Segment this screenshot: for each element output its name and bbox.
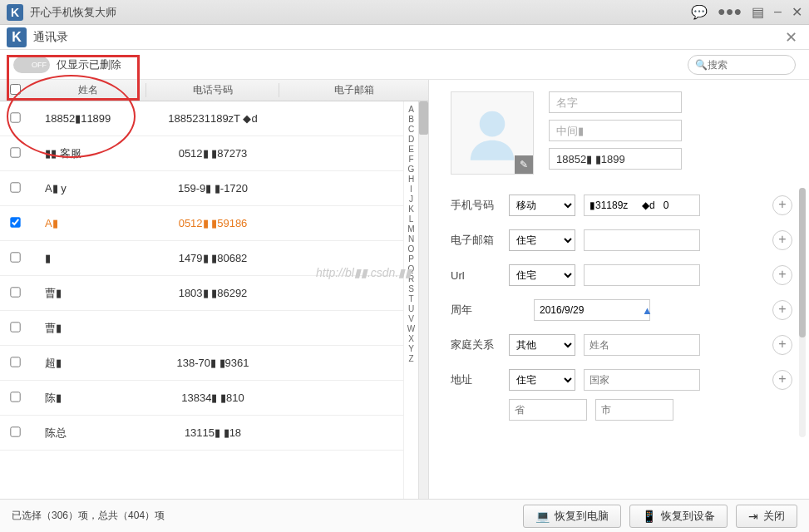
az-letter[interactable]: R <box>408 274 414 283</box>
detail-scrollbar[interactable] <box>799 188 806 437</box>
family-type-select[interactable]: 其他 <box>509 334 575 356</box>
add-anniversary-button[interactable]: + <box>772 300 792 320</box>
az-letter[interactable]: C <box>408 125 414 134</box>
search-input[interactable] <box>708 59 782 71</box>
add-url-button[interactable]: + <box>772 265 792 285</box>
phone-type-select[interactable]: 移动 <box>509 195 575 216</box>
close-button[interactable]: ⇥关闭 <box>736 505 797 528</box>
titlebar: K 开心手机恢复大师 💬 ●●● ▤ – ✕ <box>0 0 809 25</box>
address-province-input[interactable] <box>509 399 587 421</box>
first-name-input[interactable] <box>549 91 682 113</box>
row-checkbox[interactable] <box>10 182 20 192</box>
table-row[interactable]: 曹▮ <box>0 311 403 346</box>
az-letter[interactable]: A <box>408 105 414 114</box>
pc-icon: 💻 <box>535 510 550 523</box>
scroll-thumb[interactable] <box>419 101 428 135</box>
table-row[interactable]: 超▮138-70▮ ▮9361 <box>0 346 403 381</box>
phone-value-input[interactable] <box>584 195 700 216</box>
az-letter[interactable]: J <box>409 195 413 204</box>
email-row: 电子邮箱 住宅 + <box>451 229 792 251</box>
row-checkbox[interactable] <box>10 392 20 401</box>
az-letter[interactable]: G <box>408 165 415 174</box>
az-letter[interactable]: Q <box>408 264 415 273</box>
detail-scroll-thumb[interactable] <box>799 188 806 337</box>
az-letter[interactable]: X <box>408 334 414 343</box>
search-box[interactable]: 🔍 <box>688 55 796 75</box>
minimize-icon[interactable]: – <box>774 4 782 20</box>
add-family-button[interactable]: + <box>772 335 792 355</box>
table-row[interactable]: 陈▮13834▮ ▮810 <box>0 381 403 416</box>
table-row[interactable]: ▮▮ 客服0512▮ ▮87273 <box>0 136 403 171</box>
row-checkbox[interactable] <box>10 252 20 262</box>
email-type-select[interactable]: 住宅 <box>509 229 575 251</box>
family-name-input[interactable] <box>584 334 700 356</box>
table-row[interactable]: 曹▮1803▮ ▮86292 <box>0 276 403 311</box>
az-letter[interactable]: F <box>408 155 413 164</box>
col-name[interactable]: 姓名 <box>30 83 146 97</box>
table-row[interactable]: A▮0512▮ ▮59186 <box>0 206 403 241</box>
row-checkbox[interactable] <box>10 426 20 436</box>
row-checkbox[interactable] <box>10 322 20 332</box>
az-letter[interactable]: W <box>407 324 415 333</box>
az-letter[interactable]: H <box>408 175 414 184</box>
close-icon[interactable]: ✕ <box>792 4 802 20</box>
add-phone-button[interactable]: + <box>772 195 792 215</box>
az-letter[interactable]: Z <box>408 354 413 363</box>
date-stepper-icon[interactable]: ▲ <box>642 304 653 317</box>
row-checkbox[interactable] <box>10 112 20 122</box>
feedback-icon[interactable]: ▤ <box>752 4 764 20</box>
middle-name-input[interactable] <box>549 120 682 141</box>
app-logo-icon: K <box>7 4 23 21</box>
az-letter[interactable]: T <box>408 294 413 303</box>
az-letter[interactable]: M <box>407 224 414 234</box>
table-row[interactable]: 18852▮118991885231189zT ◆d <box>0 101 403 136</box>
url-type-select[interactable]: 住宅 <box>509 264 575 286</box>
address-row: 地址 住宅 + <box>451 369 792 391</box>
row-checkbox[interactable] <box>10 147 20 157</box>
list-scrollbar[interactable] <box>418 101 428 499</box>
az-letter[interactable]: L <box>409 214 414 224</box>
col-phone[interactable]: 电话号码 <box>146 83 279 97</box>
az-letter[interactable]: P <box>408 254 414 264</box>
az-letter[interactable]: U <box>408 304 414 313</box>
row-name: ▮▮ 客服 <box>30 146 146 161</box>
az-letter[interactable]: D <box>408 135 414 144</box>
az-letter[interactable]: N <box>408 234 414 244</box>
avatar-edit-icon[interactable]: ✎ <box>515 155 533 174</box>
az-letter[interactable]: K <box>408 204 414 214</box>
last-name-input[interactable] <box>549 148 682 170</box>
table-row[interactable]: 陈总13115▮ ▮18 <box>0 416 403 451</box>
restore-to-device-button[interactable]: 📱恢复到设备 <box>629 505 728 528</box>
add-address-button[interactable]: + <box>772 370 792 390</box>
az-letter[interactable]: O <box>408 244 415 254</box>
az-index[interactable]: ABCDEFGHIJKLMNOPQRSTUVWXYZ <box>403 101 418 499</box>
restore-to-pc-button[interactable]: 💻恢复到电脑 <box>523 505 621 528</box>
select-all-checkbox[interactable] <box>10 84 21 95</box>
az-letter[interactable]: I <box>410 185 412 194</box>
table-row[interactable]: ▮1479▮ ▮80682 <box>0 241 403 276</box>
row-name: 18852▮11899 <box>30 112 146 125</box>
show-deleted-toggle[interactable]: OFF <box>13 57 50 73</box>
contacts-list[interactable]: 18852▮118991885231189zT ◆d▮▮ 客服0512▮ ▮87… <box>0 101 403 499</box>
az-letter[interactable]: B <box>408 115 414 124</box>
table-row[interactable]: A▮ y159-9▮ ▮-1720 <box>0 171 403 206</box>
address-country-input[interactable] <box>584 369 700 391</box>
chat-icon[interactable]: ●●● <box>718 4 742 20</box>
row-checkbox[interactable] <box>10 287 20 297</box>
add-email-button[interactable]: + <box>772 230 792 250</box>
avatar[interactable]: ✎ <box>451 91 534 175</box>
row-checkbox[interactable] <box>10 357 20 367</box>
az-letter[interactable]: S <box>408 284 414 293</box>
email-value-input[interactable] <box>584 229 700 251</box>
az-letter[interactable]: Y <box>408 344 414 353</box>
az-letter[interactable]: V <box>408 314 414 323</box>
col-email[interactable]: 电子邮箱 <box>279 83 428 97</box>
wechat-icon[interactable]: 💬 <box>691 4 708 20</box>
row-checkbox[interactable] <box>10 217 20 227</box>
module-close-icon[interactable]: ✕ <box>780 28 802 47</box>
address-city-input[interactable] <box>595 399 673 421</box>
az-letter[interactable]: E <box>408 145 414 154</box>
address-type-select[interactable]: 住宅 <box>509 369 575 391</box>
url-value-input[interactable] <box>584 264 700 286</box>
anniversary-date-input[interactable] <box>534 299 650 321</box>
